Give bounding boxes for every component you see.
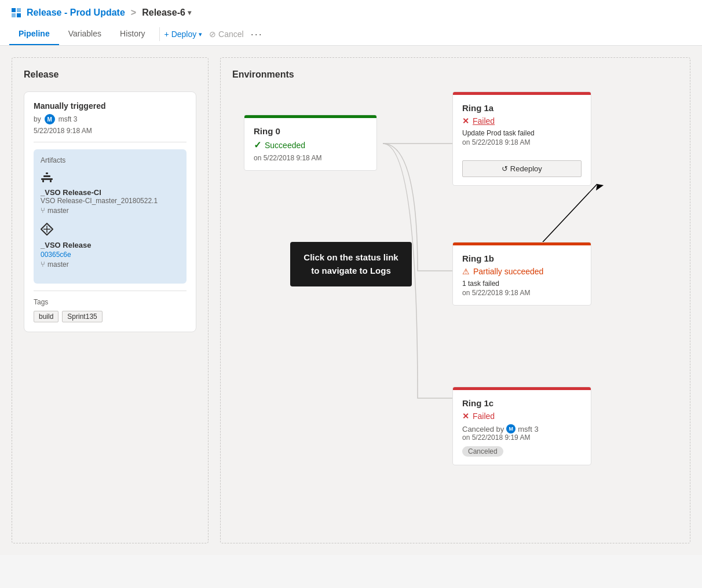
environments-panel-title: Environments bbox=[232, 69, 678, 80]
ring0-status-text: Succeeded bbox=[265, 141, 305, 150]
artifact-item: _VSO Release-CI VSO Release-CI_master_20… bbox=[41, 170, 180, 215]
tags-label: Tags bbox=[34, 298, 187, 306]
svg-rect-5 bbox=[43, 175, 50, 177]
build-icon bbox=[41, 170, 180, 186]
branch-icon: ⑂ bbox=[41, 206, 45, 215]
ring0-card: Ring 0 ✓ Succeeded on 5/22/2018 9:18 AM bbox=[244, 115, 377, 171]
chevron-down-icon: ▾ bbox=[188, 9, 191, 17]
svg-rect-8 bbox=[50, 180, 52, 182]
warn-icon: ⚠ bbox=[462, 267, 470, 276]
cancel-button[interactable]: ⊘ Cancel bbox=[209, 30, 243, 39]
ring0-status: ✓ Succeeded bbox=[254, 139, 367, 150]
release-icon bbox=[9, 6, 23, 20]
card-divider bbox=[34, 142, 187, 142]
tab-pipeline[interactable]: Pipeline bbox=[9, 23, 59, 45]
artifacts-section: Artifacts _VSO Release-CI VSO Release- bbox=[34, 149, 187, 284]
user-avatar: M bbox=[45, 114, 55, 124]
ring1a-status: ✕ Failed bbox=[462, 116, 582, 126]
ring1c-user-avatar: M bbox=[506, 424, 515, 433]
trigger-date: 5/22/2018 9:18 AM bbox=[34, 127, 187, 135]
ring0-name: Ring 0 bbox=[254, 126, 367, 136]
deploy-button[interactable]: + Deploy ▾ bbox=[164, 30, 203, 39]
artifact-item: _VSO Release 00365c6e ⑂ master bbox=[41, 223, 180, 269]
ring1c-card: Ring 1c ✕ Failed Canceled by M msft 3 on… bbox=[452, 387, 591, 465]
svg-rect-3 bbox=[17, 13, 21, 17]
svg-marker-12 bbox=[593, 181, 604, 190]
tab-variables[interactable]: Variables bbox=[59, 23, 111, 45]
more-button[interactable]: ··· bbox=[251, 28, 263, 41]
artifact-2-link[interactable]: 00365c6e bbox=[41, 251, 71, 259]
x-icon: ✕ bbox=[462, 116, 469, 126]
svg-rect-2 bbox=[12, 13, 16, 17]
tab-history[interactable]: History bbox=[111, 23, 155, 45]
nav-divider bbox=[159, 27, 160, 41]
tag-build: build bbox=[34, 311, 58, 322]
ring0-date: on 5/22/2018 9:18 AM bbox=[254, 154, 367, 162]
redeploy-button[interactable]: ↺ Redeploy bbox=[462, 160, 582, 177]
trigger-meta: by M msft 3 bbox=[34, 114, 187, 124]
ring1c-status: ✕ Failed bbox=[462, 411, 582, 421]
artifact-2-branch: ⑂ master bbox=[41, 260, 180, 269]
ring1c-name: Ring 1c bbox=[462, 398, 582, 408]
environments-panel: Environments Ring 0 ✓ bbox=[220, 57, 690, 543]
canceled-badge: Canceled bbox=[462, 446, 503, 457]
ring1a-card: Ring 1a ✕ Failed Update Prod task failed… bbox=[452, 91, 591, 186]
ring1b-detail: 1 task failed bbox=[462, 280, 582, 288]
svg-rect-6 bbox=[46, 172, 48, 174]
tooltip-callout: Click on the status link to navigate to … bbox=[290, 242, 412, 286]
svg-rect-4 bbox=[41, 178, 53, 180]
artifact-1-name: _VSO Release-CI bbox=[41, 188, 180, 197]
by-label: by bbox=[34, 115, 41, 123]
svg-rect-7 bbox=[42, 180, 44, 182]
tag-sprint: Sprint135 bbox=[62, 311, 102, 322]
ring1b-date: on 5/22/2018 9:18 AM bbox=[462, 289, 582, 297]
breadcrumb-current[interactable]: Release-6 ▾ bbox=[142, 8, 191, 18]
card-divider-2 bbox=[34, 291, 187, 291]
git-icon bbox=[41, 223, 180, 238]
x-icon: ✕ bbox=[462, 411, 469, 421]
release-panel: Release Manually triggered by M msft 3 5… bbox=[12, 57, 209, 543]
chevron-down-icon: ▾ bbox=[199, 31, 202, 38]
tags-container: build Sprint135 bbox=[34, 311, 187, 322]
ring1b-card: Ring 1b ⚠ Partially succeeded 1 task fai… bbox=[452, 242, 591, 306]
breadcrumb-parent[interactable]: Release - Prod Update bbox=[27, 8, 125, 18]
ring1b-name: Ring 1b bbox=[462, 253, 582, 263]
svg-rect-0 bbox=[12, 8, 16, 12]
ring1a-date: on 5/22/2018 9:18 AM bbox=[462, 138, 582, 146]
artifact-1-detail: VSO Release-CI_master_20180522.1 bbox=[41, 197, 180, 205]
trigger-label: Manually triggered bbox=[34, 101, 187, 111]
ring1a-detail: Update Prod task failed bbox=[462, 129, 582, 137]
ring1a-status-link[interactable]: Failed bbox=[473, 116, 495, 126]
branch-icon: ⑂ bbox=[41, 260, 45, 269]
breadcrumb-separator: > bbox=[131, 8, 136, 18]
artifact-1-branch: ⑂ master bbox=[41, 206, 180, 215]
ring1c-date: on 5/22/2018 9:19 AM bbox=[462, 433, 582, 442]
check-icon: ✓ bbox=[254, 139, 261, 150]
release-panel-title: Release bbox=[24, 69, 196, 80]
artifacts-label: Artifacts bbox=[41, 156, 180, 164]
artifact-2-name: _VSO Release bbox=[41, 241, 180, 249]
ring1c-cancel-meta: Canceled by M msft 3 bbox=[462, 424, 582, 433]
ring1c-status-text: Failed bbox=[473, 411, 495, 421]
release-card: Manually triggered by M msft 3 5/22/2018… bbox=[24, 91, 196, 332]
svg-rect-1 bbox=[17, 8, 21, 12]
ring1a-name: Ring 1a bbox=[462, 103, 582, 113]
user-name: msft 3 bbox=[58, 115, 78, 123]
ring1b-status-text: Partially succeeded bbox=[473, 267, 543, 276]
ring1c-username: msft 3 bbox=[518, 425, 538, 433]
ring1b-status: ⚠ Partially succeeded bbox=[462, 267, 582, 276]
